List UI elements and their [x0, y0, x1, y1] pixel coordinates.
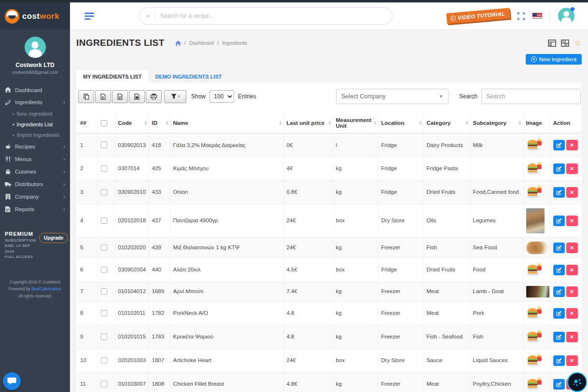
row-checkbox[interactable] [101, 244, 107, 251]
brand-logo[interactable]: costwork [0, 2, 70, 30]
recipe-search-input[interactable] [160, 13, 385, 19]
sidebar-item-menus[interactable]: Menus › [0, 153, 70, 165]
company-select[interactable]: Select Company ▼ [336, 89, 448, 104]
sidebar-item-ingredients-list[interactable]: • Ingredients List [0, 119, 70, 130]
edit-button[interactable] [553, 187, 565, 198]
row-number: 3 [77, 180, 98, 204]
new-ingredient-button[interactable]: + New Ingredient [526, 54, 582, 65]
print-button[interactable] [146, 90, 162, 103]
excel-export-button[interactable] [95, 90, 111, 103]
row-checkbox[interactable] [101, 334, 107, 340]
cell-category: Fridge Pasta [423, 157, 470, 180]
edit-button[interactable] [553, 332, 565, 342]
delete-button[interactable]: × [566, 216, 578, 226]
table-row: 20307014425Κιμάς Μόσχου4€kgFridgeFridge … [77, 157, 581, 180]
row-checkbox[interactable] [101, 267, 107, 273]
delete-button[interactable]: × [566, 243, 578, 253]
table-search-input[interactable] [481, 89, 581, 104]
chat-widget-button[interactable] [3, 372, 21, 390]
column-header-id[interactable]: ID [149, 113, 170, 134]
csv-export-button[interactable] [112, 90, 128, 103]
select-all-checkbox[interactable] [101, 120, 107, 126]
edit-button[interactable] [553, 355, 565, 366]
sort-icon[interactable] [419, 121, 422, 125]
cell-name: Γάλα 3,2% Μακράς Διαρκείας [170, 134, 283, 157]
menu-toggle-icon[interactable] [84, 11, 94, 21]
topbar: ⌕ ▶ VIDEO TUTORIAL [70, 2, 588, 30]
delete-button[interactable]: × [566, 163, 578, 174]
row-checkbox[interactable] [101, 310, 107, 316]
sidebar-item-dashboard[interactable]: Dashboard [0, 84, 70, 96]
bestcybernetics-link[interactable]: BestCybernetics [31, 286, 61, 291]
breadcrumb-home-icon[interactable] [175, 41, 181, 46]
fullscreen-icon[interactable] [518, 13, 525, 20]
column-header-measurement-unit[interactable]: Measurement Unit [333, 113, 378, 134]
grid-view-icon[interactable] [561, 40, 569, 47]
sidebar-item-new-ingredient[interactable]: • New Ingredient [0, 108, 70, 119]
edit-button[interactable] [553, 379, 565, 390]
tab-demo-ingredients-list[interactable]: DEMO INGREDIENTS LIST [148, 70, 228, 83]
column-header-subcategory[interactable]: Subcategory [470, 113, 523, 134]
row-checkbox[interactable] [101, 189, 107, 195]
edit-button[interactable] [553, 286, 565, 297]
edit-button[interactable] [553, 308, 565, 319]
sort-icon[interactable] [328, 121, 331, 125]
edit-button[interactable] [553, 243, 565, 253]
column-header-name[interactable]: Name [170, 113, 283, 134]
sort-icon[interactable] [518, 121, 521, 125]
delete-button[interactable]: × [566, 187, 578, 198]
sidebar-footer: Copyright 2024 © CostWork Powered by Bes… [0, 271, 70, 306]
breadcrumb-dashboard[interactable]: Dashboard [189, 40, 214, 46]
recipe-search[interactable]: ⌕ [139, 7, 392, 25]
favorite-star-icon[interactable]: ☆ [574, 39, 582, 47]
sort-icon[interactable] [166, 121, 168, 125]
delete-button[interactable]: × [566, 308, 578, 319]
row-checkbox[interactable] [101, 142, 107, 148]
column-header-last-unit-price[interactable]: Last unit price [283, 113, 333, 134]
photo-seafood-image [526, 242, 548, 254]
sidebar-item-import-ingredients[interactable]: • Import Ingredients [0, 130, 70, 140]
delete-button[interactable]: × [566, 355, 578, 366]
sidebar-item-company[interactable]: Company › [0, 190, 70, 203]
row-checkbox[interactable] [101, 357, 107, 364]
accessibility-widget-button[interactable] [567, 372, 587, 392]
cell-code: 020102018 [115, 204, 149, 237]
sort-icon[interactable] [374, 121, 377, 125]
filter-button[interactable]: ▾ [164, 90, 186, 103]
sidebar-item-recipes[interactable]: Recipes › [0, 140, 70, 153]
sidebar-item-cuisines[interactable]: Cuisines › [0, 165, 70, 178]
home-icon [5, 87, 12, 93]
delete-button[interactable]: × [566, 265, 578, 275]
sort-icon[interactable] [279, 121, 282, 125]
edit-button[interactable] [553, 163, 565, 174]
edit-button[interactable] [553, 265, 565, 275]
copy-button[interactable] [78, 90, 94, 103]
sidebar-item-ingredients[interactable]: Ingredients › [0, 96, 70, 108]
cell-location: Fridge [378, 258, 423, 282]
sort-icon[interactable] [144, 121, 147, 125]
delete-button[interactable]: × [566, 332, 578, 342]
row-checkbox[interactable] [101, 288, 107, 295]
language-flag-us[interactable] [532, 13, 542, 19]
user-avatar[interactable] [25, 37, 46, 58]
table-view-icon[interactable] [548, 40, 556, 47]
delete-button[interactable]: × [566, 286, 578, 297]
video-tutorial-button[interactable]: ▶ VIDEO TUTORIAL [446, 8, 510, 24]
delete-button[interactable]: × [566, 140, 578, 150]
edit-button[interactable] [553, 216, 565, 226]
row-checkbox[interactable] [101, 217, 107, 224]
breadcrumb-ingredients[interactable]: Ingredients [222, 40, 247, 46]
column-header-location[interactable]: Location [378, 113, 423, 134]
column-header-category[interactable]: Category [423, 113, 470, 134]
pdf-export-button[interactable] [129, 90, 145, 103]
edit-button[interactable] [553, 140, 565, 150]
column-header-code[interactable]: Code [115, 113, 149, 134]
tab-my-ingredients-list[interactable]: MY INGREDIENTS LIST [76, 70, 148, 83]
row-checkbox[interactable] [101, 381, 107, 387]
sidebar-item-reports[interactable]: Reports › [0, 203, 70, 216]
page-length-select[interactable]: 100 [210, 90, 234, 103]
upgrade-button[interactable]: Upgrade [39, 233, 69, 243]
sort-icon[interactable] [465, 121, 468, 125]
sidebar-item-distributors[interactable]: Distributors › [0, 178, 70, 190]
row-checkbox[interactable] [101, 165, 107, 172]
